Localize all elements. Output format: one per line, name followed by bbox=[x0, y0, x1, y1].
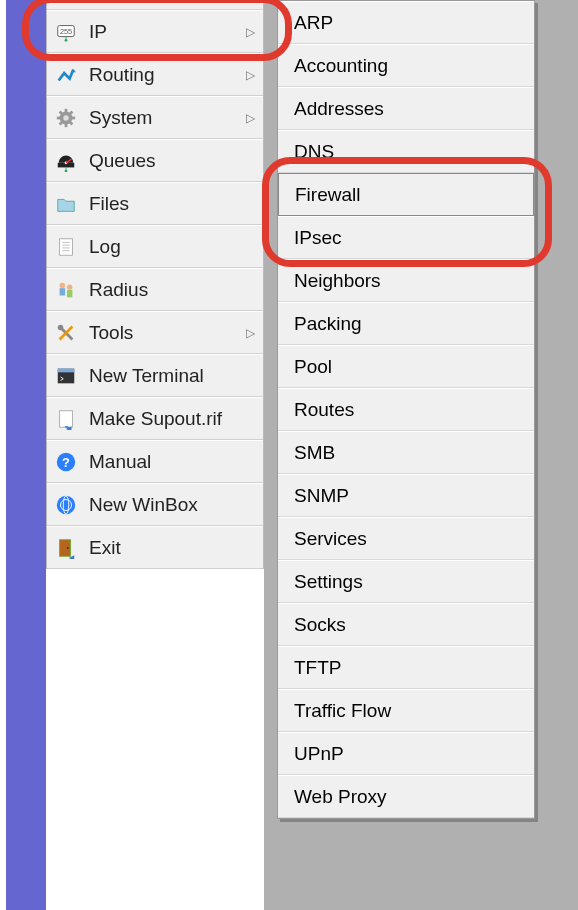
svg-rect-20 bbox=[60, 238, 73, 255]
submenu-item-accounting[interactable]: Accounting bbox=[278, 44, 534, 87]
submenu-item-label: TFTP bbox=[294, 657, 342, 679]
sidebar-item-make-supout-rif[interactable]: Make Supout.rif bbox=[47, 397, 263, 440]
queues-icon bbox=[53, 148, 79, 174]
submenu-item-services[interactable]: Services bbox=[278, 517, 534, 560]
sidebar-item-tools[interactable]: Tools▷ bbox=[47, 311, 263, 354]
sidebar-item-new-terminal[interactable]: New Terminal bbox=[47, 354, 263, 397]
sidebar-item-label: Make Supout.rif bbox=[89, 408, 255, 430]
svg-rect-33 bbox=[58, 368, 75, 372]
submenu-item-tftp[interactable]: TFTP bbox=[278, 646, 534, 689]
svg-text:?: ? bbox=[62, 454, 70, 469]
sidebar-item-new-winbox[interactable]: New WinBox bbox=[47, 483, 263, 526]
submenu-item-label: Web Proxy bbox=[294, 786, 387, 808]
submenu-item-label: Accounting bbox=[294, 55, 388, 77]
sidebar-item-label: Exit bbox=[89, 537, 255, 559]
highlight-ip bbox=[22, 0, 292, 61]
submenu-item-routes[interactable]: Routes bbox=[278, 388, 534, 431]
routing-icon bbox=[53, 62, 79, 88]
submenu-item-label: Pool bbox=[294, 356, 332, 378]
sidebar-item-label: New WinBox bbox=[89, 494, 255, 516]
svg-point-27 bbox=[67, 284, 73, 290]
svg-point-19 bbox=[65, 169, 68, 171]
submenu-item-arp[interactable]: ARP bbox=[278, 1, 534, 44]
svg-line-12 bbox=[70, 121, 73, 124]
submenu-item-settings[interactable]: Settings bbox=[278, 560, 534, 603]
log-icon bbox=[53, 234, 79, 260]
submenu-item-label: Settings bbox=[294, 571, 363, 593]
submenu-item-web-proxy[interactable]: Web Proxy bbox=[278, 775, 534, 818]
sidebar-item-label: System bbox=[89, 107, 245, 129]
svg-point-6 bbox=[63, 115, 69, 121]
chevron-right-icon: ▷ bbox=[245, 326, 255, 340]
sidebar-item-label: Routing bbox=[89, 64, 245, 86]
submenu-item-label: ARP bbox=[294, 12, 333, 34]
submenu-item-label: SNMP bbox=[294, 485, 349, 507]
submenu-item-label: UPnP bbox=[294, 743, 344, 765]
submenu-item-pool[interactable]: Pool bbox=[278, 345, 534, 388]
sidebar-item-log[interactable]: Log bbox=[47, 225, 263, 268]
submenu-item-label: Routes bbox=[294, 399, 354, 421]
svg-rect-28 bbox=[67, 290, 73, 297]
svg-rect-26 bbox=[60, 288, 66, 295]
submenu-item-label: SMB bbox=[294, 442, 335, 464]
svg-line-13 bbox=[60, 121, 63, 124]
radius-icon bbox=[53, 277, 79, 303]
submenu-item-socks[interactable]: Socks bbox=[278, 603, 534, 646]
submenu-item-label: Socks bbox=[294, 614, 346, 636]
submenu-item-label: Packing bbox=[294, 313, 362, 335]
files-icon bbox=[53, 191, 79, 217]
sidebar-item-label: Log bbox=[89, 236, 255, 258]
chevron-right-icon: ▷ bbox=[245, 111, 255, 125]
svg-point-42 bbox=[67, 547, 69, 549]
submenu-item-snmp[interactable]: SNMP bbox=[278, 474, 534, 517]
sidebar-item-label: Queues bbox=[89, 150, 255, 172]
sidebar-item-label: New Terminal bbox=[89, 365, 255, 387]
svg-line-14 bbox=[70, 111, 73, 114]
tools-icon bbox=[53, 320, 79, 346]
manual-icon: ? bbox=[53, 449, 79, 475]
submenu-item-traffic-flow[interactable]: Traffic Flow bbox=[278, 689, 534, 732]
sidebar-item-label: Manual bbox=[89, 451, 255, 473]
system-icon bbox=[53, 105, 79, 131]
sidebar-item-files[interactable]: Files bbox=[47, 182, 263, 225]
submenu-item-upnp[interactable]: UPnP bbox=[278, 732, 534, 775]
submenu-item-smb[interactable]: SMB bbox=[278, 431, 534, 474]
sidebar-item-queues[interactable]: Queues bbox=[47, 139, 263, 182]
submenu-item-label: Traffic Flow bbox=[294, 700, 391, 722]
sidebar-item-radius[interactable]: Radius bbox=[47, 268, 263, 311]
winbox-icon bbox=[53, 492, 79, 518]
sidebar-item-manual[interactable]: ?Manual bbox=[47, 440, 263, 483]
sidebar-item-label: Files bbox=[89, 193, 255, 215]
submenu-item-label: Neighbors bbox=[294, 270, 381, 292]
exit-icon bbox=[53, 535, 79, 561]
submenu-item-label: Addresses bbox=[294, 98, 384, 120]
chevron-right-icon: ▷ bbox=[245, 68, 255, 82]
svg-point-25 bbox=[60, 282, 66, 288]
terminal-icon bbox=[53, 363, 79, 389]
svg-rect-34 bbox=[60, 410, 73, 427]
sidebar-item-label: Radius bbox=[89, 279, 255, 301]
svg-line-11 bbox=[60, 111, 63, 114]
sidebar-item-exit[interactable]: Exit bbox=[47, 526, 263, 569]
submenu-item-label: Services bbox=[294, 528, 367, 550]
highlight-firewall bbox=[262, 157, 552, 267]
sidebar-item-system[interactable]: System▷ bbox=[47, 96, 263, 139]
supout-icon bbox=[53, 406, 79, 432]
sidebar-item-label: Tools bbox=[89, 322, 245, 344]
svg-point-38 bbox=[57, 495, 75, 513]
svg-point-31 bbox=[58, 324, 64, 330]
submenu-item-packing[interactable]: Packing bbox=[278, 302, 534, 345]
submenu-item-addresses[interactable]: Addresses bbox=[278, 87, 534, 130]
svg-rect-41 bbox=[60, 539, 71, 556]
